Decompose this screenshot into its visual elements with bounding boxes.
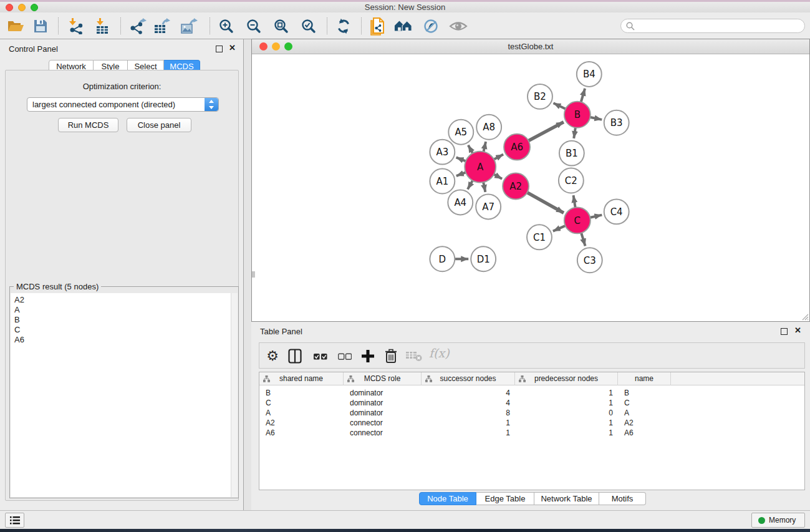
table-cell[interactable]: dominator (344, 398, 422, 408)
table-cell[interactable]: 0 (515, 408, 618, 418)
open-session-icon[interactable] (6, 17, 25, 35)
table-cell[interactable]: A6 (618, 428, 671, 438)
select-all-rows-icon[interactable] (311, 347, 330, 365)
column-header-successor-nodes[interactable]: successor nodes (422, 372, 515, 385)
refresh-icon[interactable] (334, 17, 353, 35)
table-cell[interactable]: connector (344, 428, 422, 438)
zoom-in-icon[interactable] (217, 17, 236, 35)
memory-button[interactable]: Memory (751, 513, 805, 528)
graph-edge-B-B3[interactable] (589, 117, 602, 120)
table-cell[interactable]: C (618, 398, 671, 408)
save-session-icon[interactable] (31, 17, 50, 35)
column-header-predecessor-nodes[interactable]: predecessor nodes (515, 372, 618, 385)
graph-edge-C-C2[interactable] (574, 195, 576, 208)
network-canvas[interactable]: AA1A2A3A4A5A6A7A8BB1B2B3B4CC1C2C3C4DD1 (252, 54, 809, 321)
tab-motifs[interactable]: Motifs (599, 492, 646, 505)
graph-edge-B-B4[interactable] (581, 89, 585, 104)
export-table-icon[interactable] (152, 17, 171, 35)
table-row[interactable]: Bdominator41B (259, 388, 804, 398)
resize-grip-icon[interactable] (800, 312, 809, 321)
float-panel-icon[interactable] (781, 328, 788, 335)
close-panel-icon[interactable]: ✕ (794, 326, 801, 335)
column-type-icon (347, 375, 354, 382)
canvas-scroll-nub[interactable] (252, 271, 255, 278)
zoom-selected-icon[interactable] (299, 17, 318, 35)
table-cell[interactable]: 1 (515, 388, 618, 398)
table-cell[interactable]: 1 (515, 398, 618, 408)
search-input[interactable] (637, 20, 799, 32)
criterion-dropdown[interactable]: largest connected component (directed) (27, 97, 219, 112)
mcds-result-item[interactable]: A2 (11, 295, 230, 305)
table-cell[interactable]: 4 (422, 398, 515, 408)
add-column-icon[interactable] (359, 347, 377, 365)
table-cell[interactable]: 1 (422, 418, 515, 428)
mcds-result-item[interactable]: A6 (11, 335, 230, 345)
table-cell[interactable]: C (259, 398, 344, 408)
table-panel: Table Panel ✕ ⚙ f(x) (251, 322, 810, 510)
column-header-mcds-role[interactable]: MCDS role (344, 372, 422, 385)
table-cell[interactable]: 1 (515, 418, 618, 428)
zoom-out-icon[interactable] (244, 17, 263, 35)
table-cell[interactable]: A2 (618, 418, 671, 428)
table-cell[interactable]: A (618, 408, 671, 418)
apply-function-icon[interactable]: f(x) (429, 346, 450, 360)
graph-node-label-A5: A5 (455, 127, 467, 138)
show-graphics-details-eye-icon[interactable] (449, 17, 468, 35)
export-image-icon[interactable] (180, 17, 198, 35)
graph-edge-C-C1[interactable] (553, 225, 567, 231)
close-panel-icon[interactable]: ✕ (229, 43, 236, 52)
table-row[interactable]: A6connector11A6 (259, 428, 804, 438)
zoom-fit-icon[interactable] (272, 17, 291, 35)
result-scrollbar[interactable] (231, 293, 238, 497)
table-row[interactable]: A2connector11A2 (259, 418, 804, 428)
table-cell[interactable]: 1 (422, 428, 515, 438)
deselect-all-rows-icon[interactable] (335, 347, 354, 365)
network-graph[interactable]: AA1A2A3A4A5A6A7A8BB1B2B3B4CC1C2C3C4DD1 (252, 54, 809, 321)
search-box[interactable] (620, 19, 805, 33)
task-history-button[interactable] (5, 513, 24, 528)
mcds-result-item[interactable]: A (11, 305, 230, 315)
import-network-icon[interactable] (66, 17, 85, 35)
graph-edge-C-C3[interactable] (581, 231, 586, 246)
delete-table-icon[interactable] (405, 347, 423, 365)
home-icon[interactable] (394, 17, 413, 35)
table-cell[interactable]: 8 (422, 408, 515, 418)
hide-labels-icon[interactable] (422, 17, 440, 35)
mcds-result-box: MCDS result (5 nodes) A2ABCA6 (9, 286, 239, 498)
settings-gear-icon[interactable]: ⚙ (263, 347, 282, 365)
delete-columns-trash-icon[interactable] (382, 347, 400, 365)
column-header-name[interactable]: name (618, 372, 671, 385)
float-panel-icon[interactable] (216, 46, 223, 52)
table-cell[interactable]: dominator (344, 408, 422, 418)
table-cell[interactable]: B (618, 388, 671, 398)
table-cell[interactable]: 1 (515, 428, 618, 438)
tab-edge-table[interactable]: Edge Table (476, 492, 534, 505)
application-window: Session: New Session (0, 0, 810, 532)
new-network-from-selection-icon[interactable] (369, 17, 387, 35)
table-row[interactable]: Adominator80A (259, 408, 804, 418)
graph-edge-A6-B[interactable] (528, 122, 564, 142)
split-view-icon[interactable] (286, 347, 304, 365)
graph-edge-C-C4[interactable] (589, 215, 602, 218)
table-row[interactable]: Cdominator41C (259, 398, 804, 408)
table-cell[interactable]: A6 (259, 428, 344, 438)
table-cell[interactable]: dominator (344, 388, 422, 398)
table-cell[interactable]: B (259, 388, 344, 398)
table-cell[interactable]: A2 (259, 418, 344, 428)
tab-network-table[interactable]: Network Table (534, 492, 599, 505)
table-cell[interactable]: connector (344, 418, 422, 428)
graph-edge-B-B2[interactable] (554, 103, 567, 109)
column-header-shared-name[interactable]: shared name (259, 372, 344, 385)
run-mcds-button[interactable]: Run MCDS (58, 118, 118, 132)
import-table-icon[interactable] (92, 17, 111, 35)
table-cell[interactable]: 4 (422, 388, 515, 398)
graph-edge-A2-C[interactable] (526, 192, 564, 213)
table-cell[interactable]: A (259, 408, 344, 418)
mcds-result-item[interactable]: C (11, 325, 230, 335)
mcds-result-item[interactable]: B (11, 315, 230, 325)
close-panel-button[interactable]: Close panel (127, 118, 191, 132)
network-window-titlebar[interactable]: testGlobe.txt (252, 39, 809, 54)
graph-node-label-A2: A2 (509, 181, 522, 192)
export-network-icon[interactable] (128, 17, 147, 35)
tab-node-table[interactable]: Node Table (419, 492, 476, 505)
